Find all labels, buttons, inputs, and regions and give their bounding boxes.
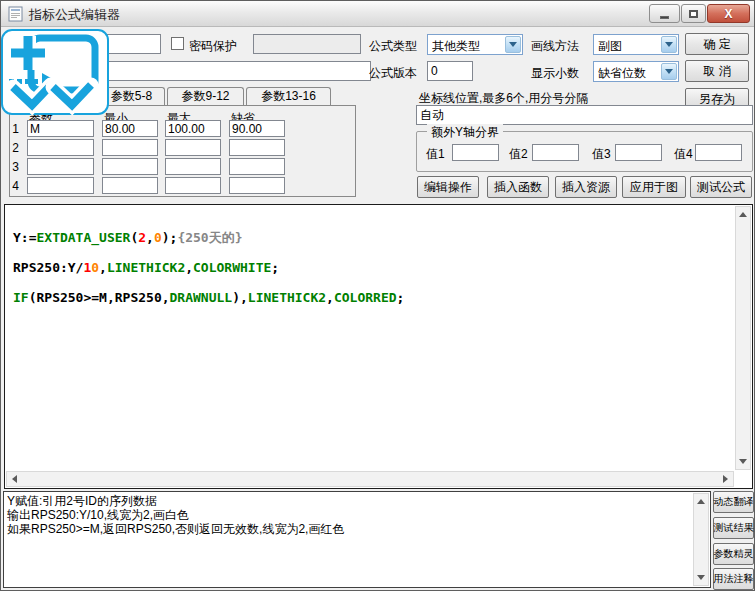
code-token: {250天的}: [177, 230, 242, 245]
param-input-row2-col3[interactable]: [165, 139, 221, 156]
formula-type-select[interactable]: 其他类型: [427, 34, 523, 55]
code-horizontal-scrollbar[interactable]: [6, 471, 734, 487]
scroll-down-button[interactable]: [736, 454, 750, 469]
formula-type-label: 公式类型: [369, 38, 417, 55]
arrow-up-icon: [697, 499, 705, 504]
param-input-row3-col4[interactable]: [229, 158, 285, 175]
decimals-value: 缺省位数: [598, 65, 646, 82]
close-icon: X: [724, 7, 732, 21]
cancel-button[interactable]: 取 消: [685, 60, 749, 82]
code-token: 2: [138, 230, 146, 245]
tab-param-3[interactable]: 参数9-12: [167, 87, 244, 105]
param-input-row4-col4[interactable]: [229, 177, 285, 194]
arrow-up-icon: [739, 212, 747, 217]
scroll-up-button[interactable]: [694, 494, 708, 509]
dynamic-translate-button[interactable]: 动态翻译: [713, 491, 754, 513]
code-token: IF: [13, 290, 29, 305]
y-value-label-1: 值1: [426, 146, 445, 163]
test-formula-button[interactable]: 测试公式: [690, 176, 752, 198]
code-token: LINETHICK2: [107, 260, 185, 275]
param-input-row2-col2[interactable]: [102, 139, 158, 156]
formula-type-dropdown-button[interactable]: [505, 36, 521, 53]
titlebar: 指标公式编辑器 X: [1, 1, 754, 27]
decimals-select[interactable]: 缺省位数: [593, 61, 679, 82]
param-input-row3-col3[interactable]: [165, 158, 221, 175]
param-input-row2-col1[interactable]: [27, 139, 94, 156]
decimals-label: 显示小数: [531, 65, 579, 82]
param-input-row1-col3[interactable]: 100.00: [165, 120, 221, 137]
test-result-button[interactable]: 测试结果: [713, 517, 754, 539]
formula-code-editor[interactable]: Y:=EXTDATA_USER(2,0);{250天的} RPS250:Y/10…: [4, 204, 753, 489]
param-row-number: 3: [7, 160, 19, 174]
param-tab-panel: 参数最小最大缺省 1M80.00100.0090.00234: [9, 105, 356, 197]
version-input[interactable]: 0: [427, 61, 473, 81]
chevron-down-icon: [665, 42, 673, 47]
code-token: EXTDATA_USER: [36, 230, 130, 245]
param-input-row2-col4[interactable]: [229, 139, 285, 156]
apply-to-chart-button[interactable]: 应用于图: [622, 176, 686, 198]
y-value-input-2[interactable]: [532, 144, 579, 161]
param-input-row4-col2[interactable]: [102, 177, 158, 194]
param-row-number: 4: [7, 179, 19, 193]
decimals-dropdown-button[interactable]: [661, 63, 677, 80]
arrow-down-icon: [739, 459, 747, 464]
y-value-input-1[interactable]: [452, 144, 499, 161]
ok-button[interactable]: 确 定: [685, 33, 749, 55]
code-token: ;: [271, 260, 279, 275]
param-row-number: 2: [7, 141, 19, 155]
param-input-row3-col2[interactable]: [102, 158, 158, 175]
code-line: [13, 245, 734, 260]
minimize-icon: [660, 16, 669, 19]
translation-text: Y赋值:引用2号ID的序列数据输出RPS250:Y/10,线宽为2,画白色如果R…: [7, 494, 690, 536]
param-wizard-button[interactable]: 参数精灵: [713, 543, 754, 565]
code-token: (RPS250>=M,RPS250,: [29, 290, 170, 305]
draw-method-dropdown-button[interactable]: [661, 36, 677, 53]
code-token: DRAWNULL: [170, 290, 233, 305]
password-checkbox[interactable]: [171, 37, 184, 50]
minimize-button[interactable]: [649, 4, 680, 23]
formula-type-value: 其他类型: [432, 38, 480, 55]
param-input-row1-col1[interactable]: M: [27, 120, 94, 137]
scroll-right-button[interactable]: [718, 472, 733, 486]
code-text[interactable]: Y:=EXTDATA_USER(2,0);{250天的} RPS250:Y/10…: [6, 205, 734, 470]
scroll-up-button[interactable]: [736, 207, 750, 222]
scroll-left-button[interactable]: [7, 472, 22, 486]
param-input-row1-col2[interactable]: 80.00: [102, 120, 158, 137]
arrow-right-icon: [723, 475, 728, 483]
param-input-row4-col1[interactable]: [27, 177, 94, 194]
code-token: ),: [232, 290, 248, 305]
tab-param-4[interactable]: 参数13-16: [246, 87, 331, 105]
code-vertical-scrollbar[interactable]: [735, 206, 751, 470]
insert-function-button[interactable]: 插入函数: [487, 176, 549, 198]
usage-notes-button[interactable]: 用法注释: [713, 568, 754, 590]
password-label: 密码保护: [189, 38, 237, 55]
extra-y-axis-group: 额外Y轴分界 值1值2值3值4: [416, 131, 753, 172]
insert-resource-button[interactable]: 插入资源: [555, 176, 617, 198]
code-token: ,: [146, 230, 154, 245]
code-token: ,: [326, 290, 334, 305]
extra-y-axis-label: 额外Y轴分界: [427, 124, 503, 141]
draw-method-select[interactable]: 副图: [593, 34, 679, 55]
code-token: Y:=: [13, 230, 36, 245]
y-value-input-3[interactable]: [615, 144, 662, 161]
draw-method-value: 副图: [598, 38, 622, 55]
edit-operation-button[interactable]: 编辑操作: [417, 176, 479, 198]
y-value-label-3: 值3: [592, 146, 611, 163]
password-input[interactable]: [253, 34, 361, 54]
scroll-down-button[interactable]: [694, 570, 708, 585]
param-input-row3-col1[interactable]: [27, 158, 94, 175]
param-input-row1-col4[interactable]: 90.00: [229, 120, 285, 137]
code-token: ,: [185, 260, 193, 275]
param-input-row4-col3[interactable]: [165, 177, 221, 194]
coord-input[interactable]: 自动: [416, 105, 753, 125]
arrow-left-icon: [12, 475, 17, 483]
translation-scrollbar[interactable]: [693, 493, 709, 586]
code-token: );: [162, 230, 178, 245]
close-button[interactable]: X: [707, 4, 750, 23]
code-token: COLORWHITE: [193, 260, 271, 275]
y-value-input-4[interactable]: [695, 144, 742, 161]
code-line: Y:=EXTDATA_USER(2,0);{250天的}: [13, 230, 734, 245]
screen-tool-overlay-icon[interactable]: [1, 29, 111, 117]
maximize-button[interactable]: [681, 4, 706, 23]
code-token: ;: [397, 290, 405, 305]
